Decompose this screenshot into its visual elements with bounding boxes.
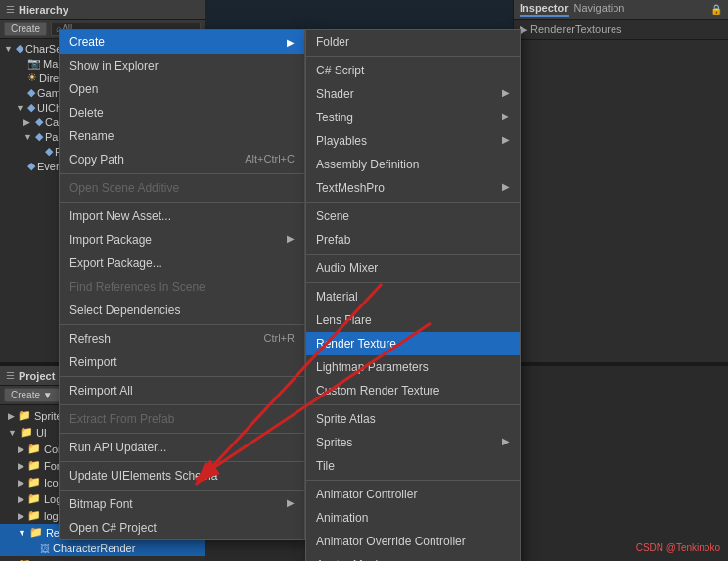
submenu-item-label: Playables — [316, 134, 367, 148]
gameobject-icon: ◆ — [16, 42, 23, 55]
gameobject-icon: ◆ — [35, 130, 43, 143]
submenu-item-label: Custom Render Texture — [316, 384, 440, 397]
submenu-item-prefab[interactable]: Prefab — [306, 228, 520, 252]
menu-item-selectdeps[interactable]: Select Dependencies — [60, 299, 304, 322]
submenu-item-assemblydef[interactable]: Assembly Definition — [306, 153, 520, 176]
submenu-item-label: Shader — [316, 87, 354, 101]
menu-item-runapi[interactable]: Run API Updater... — [60, 436, 304, 459]
menu-item-label: Delete — [69, 106, 104, 119]
project-title: Project — [19, 370, 55, 382]
submenu-item-material[interactable]: Material — [306, 285, 520, 308]
hierarchy-title: Hierarchy — [19, 4, 68, 16]
menu-item-label: Show in Explorer — [69, 59, 159, 72]
hierarchy-create-button[interactable]: Create — [4, 22, 47, 36]
inspector-filename: ▶ RendererTextoures — [520, 23, 622, 35]
tab-inspector[interactable]: Inspector — [520, 2, 569, 17]
submenu-separator — [306, 254, 520, 255]
arrow-icon: ▼ — [18, 528, 26, 538]
menu-item-opencsharp[interactable]: Open C# Project — [60, 516, 304, 539]
menu-item-create[interactable]: Create ▶ — [60, 30, 304, 54]
menu-item-updateschema[interactable]: Update UIElements Schema — [60, 464, 304, 488]
item-label: UI — [36, 427, 47, 439]
menu-item-reimportall[interactable]: Reimport All — [60, 379, 304, 402]
submenu-item-folder[interactable]: Folder — [306, 30, 520, 54]
arrow-icon: ▶ — [23, 117, 33, 127]
submenu-item-label: Animation — [316, 511, 368, 525]
submenu-item-sprites[interactable]: Sprites ▶ — [306, 431, 520, 454]
arrow-icon: ▶ — [18, 478, 24, 488]
submenu-item-label: Prefab — [316, 233, 350, 247]
submenu-item-spriteatlas[interactable]: Sprite Atlas — [306, 407, 520, 431]
submenu-item-lightmapparams[interactable]: Lightmap Parameters — [306, 355, 520, 379]
tab-navigation[interactable]: Navigation — [574, 2, 625, 17]
menu-item-delete[interactable]: Delete — [60, 101, 304, 124]
inspector-panel: Inspector Navigation 🔒 ▶ RendererTextour… — [513, 0, 728, 362]
menu-item-label: Bitmap Font — [69, 497, 133, 511]
menu-item-label: Extract From Prefab — [69, 412, 174, 426]
submenu-item-shader[interactable]: Shader ▶ — [306, 82, 520, 106]
menu-item-bitmapfont[interactable]: Bitmap Font ▶ — [60, 492, 304, 516]
submenu-item-csharp[interactable]: C# Script — [306, 59, 520, 82]
menu-item-label: Open C# Project — [69, 521, 157, 535]
menu-item-extractprefab: Extract From Prefab — [60, 407, 304, 431]
menu-item-refresh[interactable]: Refresh Ctrl+R — [60, 327, 304, 351]
hierarchy-header: ☰ Hierarchy — [0, 0, 205, 20]
submenu-arrow-icon: ▶ — [287, 37, 295, 48]
rawimage-icon: ◆ — [45, 145, 53, 158]
submenu-item-rendertexture[interactable]: Render Texture — [306, 332, 520, 355]
menu-item-showexplorer[interactable]: Show in Explorer — [60, 54, 304, 77]
submenu-item-label: C# Script — [316, 64, 364, 77]
menu-item-open[interactable]: Open — [60, 77, 304, 101]
submenu-item-animoverride[interactable]: Animator Override Controller — [306, 530, 520, 553]
arrow-icon: ▶ — [18, 511, 24, 521]
submenu-item-avatarmask[interactable]: Avatar Mask — [306, 553, 520, 561]
submenu-item-tile[interactable]: Tile — [306, 454, 520, 478]
camera-icon: 📷 — [27, 57, 41, 70]
arrow-icon: ▶ — [18, 444, 24, 454]
menu-item-label: Select Dependencies — [69, 304, 180, 317]
menu-item-label: Reimport — [69, 355, 117, 369]
arrow-icon: ▶ — [8, 411, 15, 421]
menu-item-reimport[interactable]: Reimport — [60, 351, 304, 374]
submenu-item-playables[interactable]: Playables ▶ — [306, 129, 520, 153]
menu-item-label: Open Scene Additive — [69, 181, 179, 195]
submenu-item-label: Audio Mixer — [316, 261, 378, 275]
inspector-filename-bar: ▶ RendererTextoures — [514, 20, 728, 40]
project-menu-icon[interactable]: ☰ — [6, 370, 15, 381]
menu-item-exportpackage[interactable]: Export Package... — [60, 252, 304, 275]
inspector-tabs: Inspector Navigation — [520, 2, 625, 17]
submenu-separator — [306, 202, 520, 203]
project-item-textmeshpro[interactable]: ▶ 📁 TextMeshPro — [0, 556, 205, 561]
lock-icon[interactable]: 🔒 — [710, 4, 722, 15]
item-label: CharacterRender — [53, 542, 135, 554]
menu-item-label: Reimport All — [69, 384, 133, 397]
submenu-item-animation[interactable]: Animation — [306, 506, 520, 530]
menu-item-importnew[interactable]: Import New Asset... — [60, 205, 304, 228]
folder-icon: 📁 — [27, 476, 41, 489]
submenu-item-animcontroller[interactable]: Animator Controller — [306, 483, 520, 506]
menu-item-importpackage[interactable]: Import Package ▶ — [60, 228, 304, 252]
hierarchy-menu-icon[interactable]: ☰ — [6, 4, 15, 15]
submenu-item-label: Sprite Atlas — [316, 412, 376, 426]
submenu-item-lensflare[interactable]: Lens Flare — [306, 308, 520, 332]
arrow-icon: ▼ — [8, 428, 17, 438]
project-item-characterrender[interactable]: 🖼 CharacterRender — [0, 540, 205, 556]
arrow-icon: ▼ — [4, 44, 14, 54]
gameobject-icon: ◆ — [27, 86, 35, 99]
menu-item-copypath[interactable]: Copy Path Alt+Ctrl+C — [60, 148, 304, 171]
submenu-item-label: Tile — [316, 459, 335, 473]
submenu-item-textmeshpro[interactable]: TextMeshPro ▶ — [306, 176, 520, 200]
arrow-icon: ▶ — [502, 181, 510, 195]
submenu-item-customrender[interactable]: Custom Render Texture — [306, 379, 520, 402]
submenu-item-testing[interactable]: Testing ▶ — [306, 106, 520, 129]
menu-item-rename[interactable]: Rename — [60, 124, 304, 148]
project-create-button[interactable]: Create ▼ — [4, 388, 60, 402]
create-submenu: Folder C# Script Shader ▶ Testing ▶ Play… — [305, 29, 521, 561]
submenu-item-label: Folder — [316, 35, 349, 49]
menu-item-label: Find References In Scene — [69, 280, 205, 294]
menu-separator — [60, 404, 304, 405]
submenu-item-scene[interactable]: Scene — [306, 205, 520, 228]
menu-item-label: Import Package — [69, 233, 152, 247]
submenu-item-audiomixer[interactable]: Audio Mixer — [306, 257, 520, 280]
inspector-header: Inspector Navigation 🔒 — [514, 0, 728, 20]
